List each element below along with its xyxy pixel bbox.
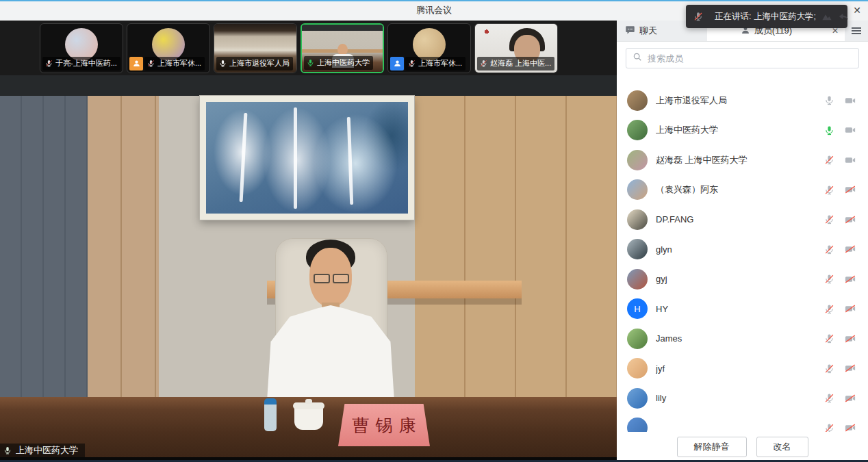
mic-muted-icon[interactable] (824, 273, 835, 285)
member-status-icons (824, 362, 856, 374)
video-thumbnail[interactable]: 于亮-上海中医药... (40, 23, 123, 73)
mountains-icon (821, 12, 832, 21)
window-top-border (0, 0, 868, 1)
camera-off-icon[interactable] (844, 243, 856, 255)
member-row[interactable] (617, 413, 868, 433)
participant-label: 赵海磊 上海中医... (477, 57, 554, 70)
camera-off-icon[interactable] (844, 214, 856, 226)
participant-avatar (413, 28, 446, 61)
scene-wall-left (0, 96, 88, 400)
thumbnail-label-row: 于亮-上海中医药... (42, 57, 120, 70)
member-avatar (627, 269, 648, 290)
member-name: gyj (656, 274, 824, 284)
video-thumbnail[interactable]: 上海市军休... (127, 23, 210, 73)
mic-muted-icon[interactable] (824, 154, 835, 166)
mic-active-icon[interactable] (824, 125, 835, 136)
member-name: 上海中医药大学 (656, 124, 824, 136)
camera-on-icon[interactable] (844, 124, 856, 136)
video-thumbnail[interactable]: 上海中医药大学 (301, 23, 384, 73)
panel-menu-icon[interactable] (845, 21, 868, 41)
mic-muted-icon[interactable] (824, 303, 835, 315)
participant-label: 上海市军休... (144, 57, 205, 70)
camera-off-icon[interactable] (844, 422, 856, 432)
member-row[interactable]: （袁兴森）阿东 (617, 175, 868, 205)
member-row[interactable]: 上海中医药大学 (617, 116, 868, 146)
speaking-toast: 正在讲话: 上海中医药大学; (686, 5, 847, 28)
speaking-toast-text: 正在讲话: 上海中医药大学; (715, 11, 816, 23)
scene-painting (200, 96, 414, 220)
member-status-icons (824, 273, 856, 285)
search-box[interactable] (626, 48, 859, 68)
member-row[interactable]: glyn (617, 235, 868, 265)
member-avatar (627, 150, 648, 170)
mic-muted-icon[interactable] (824, 184, 835, 196)
participant-name: 于亮-上海中医药... (55, 58, 117, 68)
member-row[interactable]: 赵海磊 上海中医药大学 (617, 145, 868, 175)
mic-muted-icon[interactable] (824, 363, 835, 374)
reply-icon[interactable] (838, 12, 849, 21)
camera-off-icon[interactable] (844, 273, 856, 285)
unmute-button[interactable]: 解除静音 (677, 437, 747, 457)
camera-off-icon[interactable] (844, 333, 856, 345)
thumbnail-label-row: 上海市军休... (129, 57, 205, 70)
thumbnail-label-row: 赵海磊 上海中医... (477, 57, 554, 70)
rename-button[interactable]: 改名 (756, 437, 808, 457)
camera-on-icon[interactable] (844, 94, 856, 107)
member-avatar (627, 239, 648, 259)
member-name: jyf (656, 363, 824, 374)
video-thumbnail[interactable]: 上海市军休... (387, 23, 471, 73)
scene-wall-tan-left (88, 96, 159, 400)
mic-muted-icon (44, 59, 53, 68)
search-input[interactable] (646, 53, 852, 64)
member-avatar (627, 209, 648, 230)
mic-muted-icon[interactable] (824, 333, 835, 344)
member-row[interactable]: HHY (617, 294, 868, 324)
member-name: 赵海磊 上海中医药大学 (656, 154, 824, 166)
mic-on-icon[interactable] (824, 94, 835, 106)
member-list: 上海市退役军人局上海中医药大学赵海磊 上海中医药大学（袁兴森）阿东DP.FANG… (617, 74, 868, 432)
member-avatar (627, 329, 648, 349)
member-row[interactable]: jyf (617, 354, 868, 384)
member-name: James (656, 333, 824, 344)
member-row[interactable]: DP.FANG (617, 205, 868, 235)
mic-muted-icon[interactable] (824, 422, 835, 432)
member-avatar: H (627, 298, 648, 319)
member-name: glyn (656, 244, 824, 255)
member-avatar (627, 90, 648, 111)
member-name: 上海市退役军人局 (656, 94, 824, 107)
member-row[interactable]: 上海市退役军人局 (617, 86, 868, 116)
avatar-letter: H (634, 304, 640, 314)
mic-muted-icon[interactable] (824, 244, 835, 255)
member-row[interactable]: gyj (617, 264, 868, 294)
member-name: （袁兴森）阿东 (656, 183, 824, 196)
member-row[interactable]: James (617, 324, 868, 354)
main-video[interactable]: 曹锡康 上海中医药大学 (0, 75, 617, 462)
mic-muted-icon[interactable] (824, 214, 835, 225)
video-thumbnail[interactable]: 上海市退役军人局 (214, 23, 297, 73)
window-close-button[interactable]: ✕ (853, 4, 861, 16)
camera-off-icon[interactable] (844, 362, 856, 374)
participant-label: 于亮-上海中医药... (42, 57, 120, 70)
member-avatar (627, 358, 648, 378)
mic-muted-icon[interactable] (824, 392, 835, 404)
person-badge-icon (390, 57, 404, 70)
participant-name: 上海中医药大学 (317, 57, 370, 68)
participant-label: 上海市退役军人局 (216, 57, 293, 70)
member-status-icons (824, 214, 856, 226)
camera-off-icon[interactable] (844, 303, 856, 315)
member-row[interactable]: lily (617, 383, 868, 413)
camera-on-icon[interactable] (844, 154, 856, 166)
mic-on-icon (218, 59, 227, 68)
search-area (617, 42, 868, 74)
member-status-icons (824, 303, 856, 315)
camera-off-icon[interactable] (844, 183, 856, 196)
member-status-icons (824, 183, 856, 196)
camera-off-icon[interactable] (844, 392, 856, 405)
member-avatar (627, 120, 648, 140)
video-area: 于亮-上海中医药...上海市军休...上海市退役军人局上海中医药大学上海市军休.… (0, 21, 617, 462)
video-thumbnail[interactable]: 赵海磊 上海中医... (474, 23, 558, 73)
mic-muted-icon (146, 59, 155, 68)
scene-person-glasses (333, 274, 349, 283)
mic-active-icon (306, 58, 315, 67)
participant-label: 上海市军休... (405, 57, 465, 70)
